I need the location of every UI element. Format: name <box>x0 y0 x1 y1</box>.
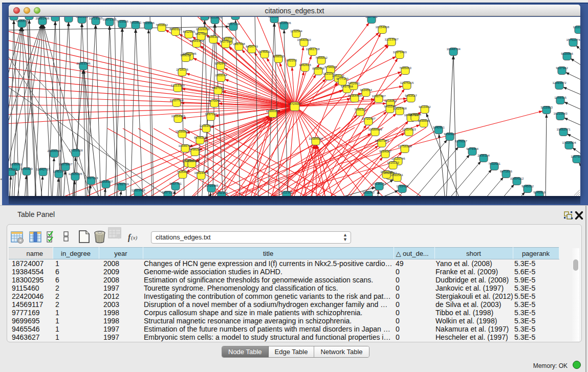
svg-text:6497568: 6497568 <box>341 84 353 88</box>
svg-text:20891406: 20891406 <box>35 17 50 20</box>
svg-text:2718176: 2718176 <box>176 68 188 71</box>
svg-text:9777169: 9777169 <box>336 77 349 80</box>
svg-text:2803144: 2803144 <box>215 73 227 77</box>
svg-text:8427552: 8427552 <box>212 86 224 90</box>
svg-text:1527602: 1527602 <box>62 17 75 17</box>
svg-text:2935114: 2935114 <box>477 154 490 157</box>
svg-text:6966160: 6966160 <box>76 17 88 18</box>
svg-text:7663811: 7663811 <box>129 20 142 24</box>
svg-text:882203: 882203 <box>287 58 297 62</box>
svg-text:16154808: 16154808 <box>375 25 389 29</box>
svg-text:19756928: 19756928 <box>398 144 412 148</box>
svg-text:6794028: 6794028 <box>324 65 337 69</box>
svg-text:3215953: 3215953 <box>540 105 553 109</box>
svg-text:9474444: 9474444 <box>466 147 478 150</box>
svg-text:7986322: 7986322 <box>354 107 366 111</box>
svg-text:19218506: 19218506 <box>277 21 291 25</box>
svg-text:12213967: 12213967 <box>384 37 399 41</box>
svg-text:10958107: 10958107 <box>99 180 113 183</box>
svg-text:16914479: 16914479 <box>194 171 208 174</box>
svg-text:1167533: 1167533 <box>571 155 580 158</box>
svg-text:9113402: 9113402 <box>419 105 431 108</box>
svg-text:15716485: 15716485 <box>204 184 219 187</box>
svg-text:9212365: 9212365 <box>280 190 293 194</box>
svg-text:2522541: 2522541 <box>391 173 403 177</box>
svg-text:1849564: 1849564 <box>409 113 421 116</box>
svg-text:15226058: 15226058 <box>195 27 210 31</box>
svg-text:1244415: 1244415 <box>554 96 567 99</box>
svg-text:15640910: 15640910 <box>297 38 311 41</box>
svg-text:1640951: 1640951 <box>432 125 445 129</box>
svg-text:16648784: 16648784 <box>446 47 461 51</box>
svg-text:4170045: 4170045 <box>208 99 221 102</box>
svg-text:9463627: 9463627 <box>405 94 417 97</box>
svg-text:1362615: 1362615 <box>299 63 311 67</box>
svg-text:12923468: 12923468 <box>131 188 145 192</box>
svg-text:12975115: 12975115 <box>400 81 414 84</box>
svg-text:9857791: 9857791 <box>169 182 182 185</box>
svg-text:3624554: 3624554 <box>360 88 372 92</box>
svg-text:15720407: 15720407 <box>361 117 376 120</box>
svg-text:7632621: 7632621 <box>488 162 500 165</box>
svg-text:1905572: 1905572 <box>16 19 28 23</box>
svg-text:12213389: 12213389 <box>170 83 185 87</box>
svg-text:9245052: 9245052 <box>521 184 534 188</box>
svg-text:9827508: 9827508 <box>220 39 232 43</box>
svg-text:12942737: 12942737 <box>36 167 50 171</box>
svg-text:9242848: 9242848 <box>214 61 227 65</box>
svg-text:16782759: 16782759 <box>115 182 129 186</box>
svg-text:20364456: 20364456 <box>347 94 362 97</box>
svg-text:19166825: 19166825 <box>175 129 189 133</box>
svg-text:9857121: 9857121 <box>162 190 174 194</box>
svg-text:1132544: 1132544 <box>290 29 302 33</box>
svg-text:12505135: 12505135 <box>68 172 82 176</box>
svg-text:1733426: 1733426 <box>396 184 408 188</box>
svg-text:8471676: 8471676 <box>500 169 512 173</box>
svg-text:6216051: 6216051 <box>384 99 397 102</box>
svg-text:8186328: 8186328 <box>207 35 220 38</box>
svg-text:9699695: 9699695 <box>418 119 430 122</box>
svg-text:10107554: 10107554 <box>169 98 184 102</box>
svg-text:1835061: 1835061 <box>10 162 22 166</box>
svg-text:20053346: 20053346 <box>76 61 91 65</box>
svg-text:6379197: 6379197 <box>455 139 467 143</box>
svg-text:9227342: 9227342 <box>556 66 568 70</box>
svg-text:19975867: 19975867 <box>58 162 73 166</box>
svg-text:1588520: 1588520 <box>272 54 285 58</box>
svg-text:1145194: 1145194 <box>53 169 65 173</box>
svg-text:(x): (x) <box>131 234 138 241</box>
svg-text:8960123: 8960123 <box>169 27 182 31</box>
svg-text:14099489: 14099489 <box>185 159 199 163</box>
svg-text:1112203: 1112203 <box>573 25 580 29</box>
svg-text:8454749: 8454749 <box>246 45 258 48</box>
svg-text:8813054: 8813054 <box>268 17 280 18</box>
svg-text:12093872: 12093872 <box>552 81 567 84</box>
svg-text:10719155: 10719155 <box>89 17 103 20</box>
svg-text:16033809: 16033809 <box>208 17 222 19</box>
svg-text:10688609: 10688609 <box>368 127 382 131</box>
svg-text:7357224: 7357224 <box>227 22 239 26</box>
svg-text:1498222: 1498222 <box>189 147 201 151</box>
svg-text:3915941: 3915941 <box>9 167 17 171</box>
svg-text:1615132: 1615132 <box>387 161 399 164</box>
svg-text:10120746: 10120746 <box>391 157 405 160</box>
svg-text:9827506: 9827506 <box>195 32 207 35</box>
svg-text:10973493: 10973493 <box>393 50 407 54</box>
svg-text:2687682: 2687682 <box>365 17 378 18</box>
svg-text:10046786: 10046786 <box>178 144 192 147</box>
svg-text:989014: 989014 <box>181 53 191 57</box>
svg-text:16210643: 16210643 <box>553 112 568 115</box>
svg-text:19692971: 19692971 <box>556 127 571 131</box>
svg-text:20206516: 20206516 <box>47 149 61 152</box>
svg-text:7462661: 7462661 <box>347 81 360 85</box>
svg-text:14136141: 14136141 <box>372 182 386 185</box>
svg-text:16543382: 16543382 <box>189 39 204 42</box>
svg-text:15751074: 15751074 <box>566 38 580 41</box>
svg-text:1292346: 1292346 <box>215 191 228 194</box>
svg-text:18807249: 18807249 <box>375 139 389 142</box>
svg-text:9084067: 9084067 <box>379 149 391 153</box>
svg-text:9245919: 9245919 <box>533 190 546 194</box>
svg-text:9358921: 9358921 <box>444 132 456 136</box>
svg-text:7515546: 7515546 <box>142 21 155 25</box>
svg-text:3267110: 3267110 <box>205 112 217 116</box>
